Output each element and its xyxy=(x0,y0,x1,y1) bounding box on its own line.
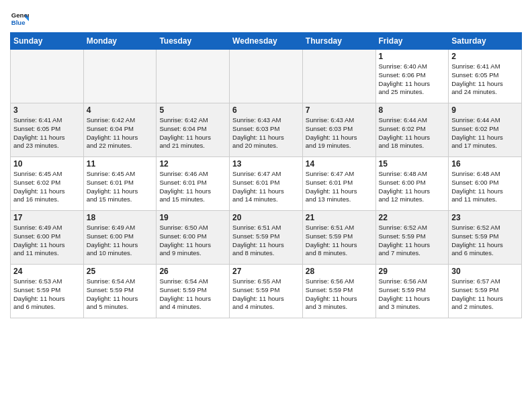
day-info: Sunrise: 6:46 AMSunset: 6:01 PMDaylight:… xyxy=(159,170,226,204)
calendar-cell: 1Sunrise: 6:40 AMSunset: 6:06 PMDaylight… xyxy=(375,50,449,103)
day-info: Sunrise: 6:53 AMSunset: 5:59 PMDaylight:… xyxy=(13,277,81,312)
day-info: Sunrise: 6:55 AMSunset: 5:59 PMDaylight:… xyxy=(232,277,300,312)
calendar-cell: 6Sunrise: 6:43 AMSunset: 6:03 PMDaylight… xyxy=(230,103,303,157)
calendar-cell: 15Sunrise: 6:48 AMSunset: 6:00 PMDayligh… xyxy=(375,157,449,211)
calendar-cell: 4Sunrise: 6:42 AMSunset: 6:04 PMDaylight… xyxy=(83,103,157,157)
calendar-week-row: 3Sunrise: 6:41 AMSunset: 6:05 PMDaylight… xyxy=(11,103,522,157)
calendar-cell xyxy=(230,50,303,103)
day-number: 28 xyxy=(306,267,373,276)
day-number: 3 xyxy=(13,105,81,115)
day-number: 2 xyxy=(451,52,519,61)
calendar-cell: 29Sunrise: 6:56 AMSunset: 5:59 PMDayligh… xyxy=(375,265,449,318)
day-number: 12 xyxy=(159,159,226,169)
calendar-week-row: 17Sunrise: 6:49 AMSunset: 6:00 PMDayligh… xyxy=(11,211,522,265)
day-number: 8 xyxy=(379,105,446,115)
weekday-header-saturday: Saturday xyxy=(449,33,522,50)
day-number: 19 xyxy=(159,213,226,222)
calendar-cell: 25Sunrise: 6:54 AMSunset: 5:59 PMDayligh… xyxy=(83,265,157,318)
day-info: Sunrise: 6:48 AMSunset: 6:00 PMDaylight:… xyxy=(379,170,446,204)
day-number: 9 xyxy=(451,105,519,115)
day-info: Sunrise: 6:40 AMSunset: 6:06 PMDaylight:… xyxy=(379,62,446,97)
calendar-cell: 5Sunrise: 6:42 AMSunset: 6:04 PMDaylight… xyxy=(157,103,230,157)
weekday-header-tuesday: Tuesday xyxy=(157,33,230,50)
calendar-week-row: 10Sunrise: 6:45 AMSunset: 6:02 PMDayligh… xyxy=(11,157,522,211)
calendar-cell: 16Sunrise: 6:48 AMSunset: 6:00 PMDayligh… xyxy=(449,157,522,211)
day-number: 13 xyxy=(232,159,300,169)
calendar-cell: 24Sunrise: 6:53 AMSunset: 5:59 PMDayligh… xyxy=(11,265,84,318)
calendar-cell: 30Sunrise: 6:57 AMSunset: 5:59 PMDayligh… xyxy=(449,265,522,318)
day-info: Sunrise: 6:42 AMSunset: 6:04 PMDaylight:… xyxy=(87,116,154,150)
weekday-header-monday: Monday xyxy=(83,33,157,50)
calendar-cell: 11Sunrise: 6:45 AMSunset: 6:01 PMDayligh… xyxy=(83,157,157,211)
day-number: 20 xyxy=(232,213,300,222)
day-info: Sunrise: 6:49 AMSunset: 6:00 PMDaylight:… xyxy=(13,224,81,258)
calendar-cell: 21Sunrise: 6:51 AMSunset: 5:59 PMDayligh… xyxy=(302,211,375,265)
day-number: 5 xyxy=(159,105,226,115)
header: General Blue xyxy=(10,7,522,28)
day-info: Sunrise: 6:51 AMSunset: 5:59 PMDaylight:… xyxy=(232,224,300,258)
logo: General Blue xyxy=(10,9,30,28)
day-number: 30 xyxy=(451,267,519,276)
day-info: Sunrise: 6:48 AMSunset: 6:00 PMDaylight:… xyxy=(451,170,519,204)
day-info: Sunrise: 6:41 AMSunset: 6:05 PMDaylight:… xyxy=(13,116,81,150)
day-info: Sunrise: 6:56 AMSunset: 5:59 PMDaylight:… xyxy=(379,277,446,312)
day-number: 15 xyxy=(379,159,446,169)
weekday-header-wednesday: Wednesday xyxy=(230,33,303,50)
calendar-cell: 10Sunrise: 6:45 AMSunset: 6:02 PMDayligh… xyxy=(11,157,84,211)
calendar-cell: 18Sunrise: 6:49 AMSunset: 6:00 PMDayligh… xyxy=(83,211,157,265)
calendar-cell xyxy=(157,50,230,103)
calendar-cell: 9Sunrise: 6:44 AMSunset: 6:02 PMDaylight… xyxy=(449,103,522,157)
svg-text:Blue: Blue xyxy=(11,19,26,26)
calendar-cell xyxy=(11,50,84,103)
day-number: 18 xyxy=(87,213,154,222)
calendar-cell: 7Sunrise: 6:43 AMSunset: 6:03 PMDaylight… xyxy=(302,103,375,157)
day-info: Sunrise: 6:57 AMSunset: 5:59 PMDaylight:… xyxy=(451,277,519,312)
calendar-cell: 2Sunrise: 6:41 AMSunset: 6:05 PMDaylight… xyxy=(449,50,522,103)
calendar-cell: 14Sunrise: 6:47 AMSunset: 6:01 PMDayligh… xyxy=(302,157,375,211)
day-info: Sunrise: 6:54 AMSunset: 5:59 PMDaylight:… xyxy=(87,277,154,312)
logo-icon: General Blue xyxy=(10,9,29,28)
weekday-header-row: SundayMondayTuesdayWednesdayThursdayFrid… xyxy=(11,33,522,50)
calendar-cell: 27Sunrise: 6:55 AMSunset: 5:59 PMDayligh… xyxy=(230,265,303,318)
day-info: Sunrise: 6:49 AMSunset: 6:00 PMDaylight:… xyxy=(87,224,154,258)
day-number: 29 xyxy=(379,267,446,276)
day-number: 10 xyxy=(13,159,81,169)
weekday-header-thursday: Thursday xyxy=(302,33,375,50)
day-number: 11 xyxy=(87,159,154,169)
day-number: 1 xyxy=(379,52,446,61)
day-info: Sunrise: 6:41 AMSunset: 6:05 PMDaylight:… xyxy=(451,62,519,97)
calendar-cell xyxy=(83,50,157,103)
day-info: Sunrise: 6:52 AMSunset: 5:59 PMDaylight:… xyxy=(379,224,446,258)
calendar-week-row: 24Sunrise: 6:53 AMSunset: 5:59 PMDayligh… xyxy=(11,265,522,318)
day-info: Sunrise: 6:42 AMSunset: 6:04 PMDaylight:… xyxy=(159,116,226,150)
day-info: Sunrise: 6:45 AMSunset: 6:01 PMDaylight:… xyxy=(87,170,154,204)
day-info: Sunrise: 6:51 AMSunset: 5:59 PMDaylight:… xyxy=(306,224,373,258)
calendar: SundayMondayTuesdayWednesdayThursdayFrid… xyxy=(10,32,522,318)
calendar-cell: 23Sunrise: 6:52 AMSunset: 5:59 PMDayligh… xyxy=(449,211,522,265)
weekday-header-sunday: Sunday xyxy=(11,33,84,50)
day-info: Sunrise: 6:47 AMSunset: 6:01 PMDaylight:… xyxy=(232,170,300,204)
day-number: 23 xyxy=(451,213,519,222)
day-number: 16 xyxy=(451,159,519,169)
day-info: Sunrise: 6:56 AMSunset: 5:59 PMDaylight:… xyxy=(306,277,373,312)
day-info: Sunrise: 6:52 AMSunset: 5:59 PMDaylight:… xyxy=(451,224,519,258)
calendar-cell: 17Sunrise: 6:49 AMSunset: 6:00 PMDayligh… xyxy=(11,211,84,265)
calendar-cell: 26Sunrise: 6:54 AMSunset: 5:59 PMDayligh… xyxy=(157,265,230,318)
day-number: 17 xyxy=(13,213,81,222)
calendar-week-row: 1Sunrise: 6:40 AMSunset: 6:06 PMDaylight… xyxy=(11,50,522,103)
day-number: 25 xyxy=(87,267,154,276)
day-info: Sunrise: 6:44 AMSunset: 6:02 PMDaylight:… xyxy=(451,116,519,150)
day-number: 24 xyxy=(13,267,81,276)
weekday-header-friday: Friday xyxy=(375,33,449,50)
calendar-cell: 3Sunrise: 6:41 AMSunset: 6:05 PMDaylight… xyxy=(11,103,84,157)
day-number: 27 xyxy=(232,267,300,276)
calendar-cell: 8Sunrise: 6:44 AMSunset: 6:02 PMDaylight… xyxy=(375,103,449,157)
calendar-cell: 19Sunrise: 6:50 AMSunset: 6:00 PMDayligh… xyxy=(157,211,230,265)
day-info: Sunrise: 6:45 AMSunset: 6:02 PMDaylight:… xyxy=(13,170,81,204)
calendar-cell: 22Sunrise: 6:52 AMSunset: 5:59 PMDayligh… xyxy=(375,211,449,265)
day-info: Sunrise: 6:43 AMSunset: 6:03 PMDaylight:… xyxy=(232,116,300,150)
day-info: Sunrise: 6:50 AMSunset: 6:00 PMDaylight:… xyxy=(159,224,226,258)
day-number: 6 xyxy=(232,105,300,115)
day-info: Sunrise: 6:47 AMSunset: 6:01 PMDaylight:… xyxy=(306,170,373,204)
calendar-cell xyxy=(302,50,375,103)
